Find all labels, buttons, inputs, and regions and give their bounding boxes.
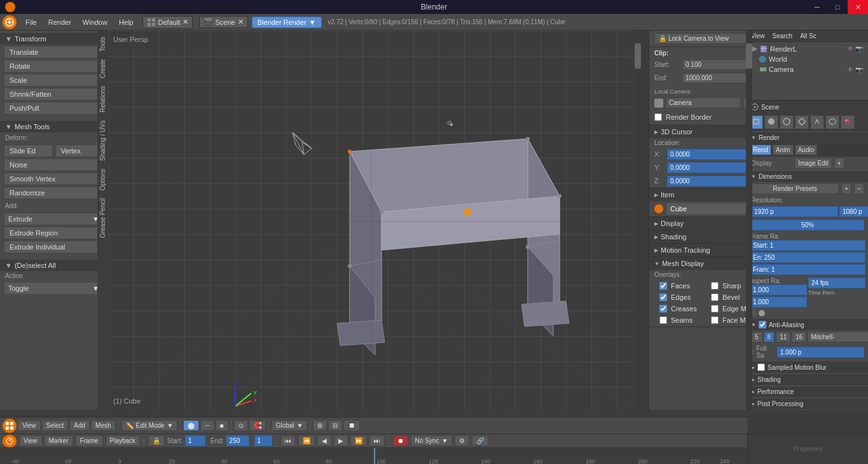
z-input[interactable] [667,176,755,186]
play-btn[interactable]: ▶ [334,435,348,446]
slide-ed-button[interactable]: Slide Ed [4,144,53,157]
add-btn[interactable]: Add [69,420,90,431]
aa-btn-8[interactable]: 8 [764,332,775,342]
sync-dropdown[interactable]: No Sync ▼ [411,435,453,446]
seams-check[interactable] [659,316,667,324]
menu-help[interactable]: Help [114,17,139,27]
props-tab-object[interactable] [795,115,809,129]
proportional-btn[interactable]: ⊙ [234,420,248,431]
menu-window[interactable]: Window [78,17,113,27]
render-section-header[interactable]: ▼ Render [747,132,868,143]
timeline-view-btn[interactable]: View [19,435,42,446]
scene-close[interactable]: ✕ [238,18,244,26]
start-frame-input[interactable] [750,240,865,251]
face-m-check[interactable] [711,316,719,324]
tab-options[interactable]: Options [98,165,107,194]
props-tab-world[interactable] [780,115,794,129]
preset-add[interactable]: + [841,183,851,194]
scrollbar-thumb-2[interactable] [746,43,752,69]
view-btn[interactable]: View [18,420,41,431]
clip-start-input[interactable] [682,59,755,70]
go-start-btn[interactable]: ⏮ [280,435,296,446]
post-processing-header[interactable]: ▶ Post Processing [747,398,868,409]
lock-icon-btn[interactable]: 🔒 [148,435,165,446]
timeline-ruler[interactable]: -40 -20 0 20 40 60 80 100 120 140 160 18… [0,448,747,464]
props-tab-scene[interactable] [764,115,778,129]
tl-start-input[interactable] [185,435,205,446]
scrollbar-thumb-1[interactable] [635,43,641,69]
layout-mode-close[interactable]: ✕ [183,18,188,26]
menu-file[interactable]: File [20,17,42,27]
overlay-btn2[interactable]: ⊟ [328,420,342,431]
transform-space-dropdown[interactable]: Global ▼ [272,420,308,431]
audio-tab[interactable]: Audio [795,144,818,155]
tab-create[interactable]: Create [98,55,107,82]
timeline-frame-btn[interactable]: Frame [76,435,103,446]
aa-btn-16[interactable]: 16 [792,332,806,342]
edit-mode-dropdown[interactable]: ✏️ Edit Mode ▼ [121,420,178,431]
go-next-btn[interactable]: ⏩ [350,435,367,446]
tl-end-input[interactable] [226,435,249,446]
height-input[interactable] [839,206,868,217]
play-reverse-btn[interactable]: ◀ [317,435,331,446]
scale-button[interactable]: Scale [4,74,104,87]
motion-tracking-header[interactable]: ▶ Motion Tracking [649,244,760,257]
aa-header[interactable]: ▼ Anti-Aliasing [747,319,868,330]
tab-tools[interactable]: Tools [98,33,107,55]
randomize-button[interactable]: Randomize [4,186,104,199]
creases-check[interactable] [659,305,667,313]
layout-mode-selector[interactable]: Default ✕ [142,16,193,29]
window-controls[interactable]: ─ □ ✕ [807,0,868,14]
tl-settings-btn[interactable]: ⚙ [455,435,469,446]
end-frame-input[interactable] [750,252,865,263]
close-button[interactable]: ✕ [848,0,868,14]
mesh-tools-header[interactable]: ▼ Mesh Tools [0,121,107,132]
edges-check[interactable] [659,293,667,301]
width-input[interactable] [751,206,838,217]
pushpull-button[interactable]: Push/Pull [4,102,104,115]
noise-button[interactable]: Noise [4,158,104,171]
bevel-check[interactable] [711,293,719,301]
snap-btn[interactable]: 🧲 [249,420,266,431]
render-engine-selector[interactable]: Blender Render ▼ [252,17,322,28]
tab-grease-pencil[interactable]: Grease Pencil [98,194,107,242]
percent-input[interactable] [751,220,864,230]
props-tab-modifier[interactable] [810,115,824,129]
anim-tab[interactable]: Anim [773,144,794,155]
sampled-motion-check[interactable] [757,363,765,371]
aa-filter-input[interactable] [808,332,868,342]
timeline-marker-btn[interactable]: Marker [45,435,73,446]
transform-header[interactable]: ▼ Transform [0,33,107,45]
edge-m-check[interactable] [711,305,719,313]
extrude-dropdown[interactable]: Extrude ▼ [4,213,104,225]
maximize-button[interactable]: □ [827,0,848,14]
display-header[interactable]: ▶ Display [649,217,760,230]
action-dropdown[interactable]: Toggle ▼ [4,282,104,295]
preset-remove[interactable]: − [854,183,864,194]
sharp-check[interactable] [711,282,719,290]
props-tab-material[interactable] [841,115,855,129]
minimize-button[interactable]: ─ [807,0,827,14]
shading-header[interactable]: ▶ Shading [649,230,760,243]
tab-relations[interactable]: Relations [98,82,107,116]
overlay-btn1[interactable]: ⊞ [313,420,327,431]
right-scrollbar-1[interactable] [635,31,641,410]
dimensions-header[interactable]: ▼ Dimensions [747,171,868,182]
item-header[interactable]: ▶ Item [649,188,760,201]
record-btn[interactable]: ⏺ [393,435,408,446]
outliner-camera[interactable]: Camera 👁 📷 [748,64,867,74]
lock-camera-btn[interactable]: 🔒 Lock Camera to View [654,33,755,44]
aspect-x-input[interactable] [750,285,807,295]
deselect-header[interactable]: ▼ (De)select All [0,260,107,271]
shading-prop-header[interactable]: ▶ Shading [747,374,868,385]
mesh-btn[interactable]: Mesh [91,420,115,431]
go-end-btn[interactable]: ⏭ [369,435,385,446]
tl-frame-input[interactable] [254,435,272,446]
face-mode-btn[interactable]: ■ [216,420,228,431]
render-border-check[interactable] [654,113,662,121]
aa-btn-11[interactable]: 11 [776,332,790,342]
vertex-button[interactable]: Vertex [55,144,104,157]
image-edit-plus[interactable]: + [834,158,844,169]
faces-check[interactable] [659,282,667,290]
camera-btn[interactable]: Camera [666,97,741,108]
